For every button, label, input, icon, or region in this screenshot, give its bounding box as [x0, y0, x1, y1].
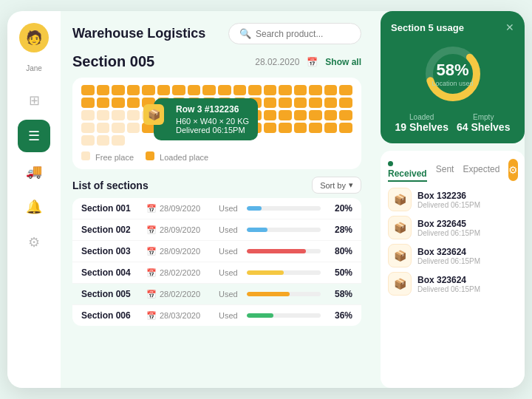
progress-bar — [247, 313, 321, 318]
section-percentage: 28% — [327, 225, 352, 235]
shelf-cell — [279, 98, 292, 108]
shelf-cell — [127, 123, 140, 133]
shelf-cell — [339, 110, 352, 120]
sidebar-item-dashboard[interactable]: ⊞ — [18, 84, 50, 117]
search-input[interactable] — [256, 29, 350, 39]
table-row[interactable]: Section 004 📅 28/02/2020 Used 50% — [72, 262, 361, 284]
calendar-icon: 📅 — [307, 57, 318, 67]
list-of-sections: List of sections Sort by ▾ Section 001 📅… — [72, 177, 361, 326]
donut-label: Location used — [432, 80, 473, 87]
shelf-cell — [279, 135, 292, 146]
package-icon: 📦 — [388, 216, 412, 239]
package-name: Box 323624 — [417, 247, 480, 257]
shelf-cell — [264, 85, 277, 95]
table-row[interactable]: Section 001 📅 28/09/2020 Used 20% — [72, 198, 361, 219]
progress-fill — [247, 313, 273, 318]
list-item[interactable]: 📦 Box 232645 Delivered 06:15PM — [388, 216, 517, 239]
shelf-cell — [188, 85, 201, 95]
list-item[interactable]: 📦 Box 132236 Delivered 06:15PM — [388, 188, 517, 211]
table-row[interactable]: Section 005 📅 28/02/2020 Used 58% — [72, 284, 361, 305]
table-row[interactable]: Section 002 📅 28/09/2020 Used 28% — [72, 219, 361, 241]
shelf-cell — [309, 98, 322, 108]
grid-area: 📦 Row 3 #132236 H60 × W40 × 20 KG Delive… — [72, 78, 361, 169]
chevron-down-icon: ▾ — [349, 180, 353, 190]
empty-label: Empty — [457, 113, 510, 121]
shelf-cell — [294, 135, 307, 146]
shelf-cell — [279, 123, 292, 133]
shelf-cell — [81, 110, 95, 120]
progress-bar — [247, 249, 321, 253]
package-time: Delivered 06:15PM — [417, 229, 480, 237]
package-icon: 📦 — [388, 188, 412, 211]
shelf-cell — [339, 123, 352, 133]
shelf-cell — [202, 85, 216, 95]
shelf-cell — [264, 135, 277, 146]
shelf-cell — [112, 110, 125, 120]
pkg-tab-expected[interactable]: Expected — [463, 164, 499, 176]
pkg-tab-sent[interactable]: Sent — [436, 164, 454, 176]
close-button[interactable]: ✕ — [505, 21, 514, 33]
sidebar-item-delivery[interactable]: 🚚 — [18, 155, 50, 188]
shelf-cell — [324, 135, 338, 146]
search-icon: 🔍 — [239, 28, 251, 39]
shelf-cell — [97, 85, 110, 95]
table-row[interactable]: Section 006 📅 28/03/2020 Used 36% — [72, 305, 361, 326]
pkg-tab-received[interactable]: Received — [388, 158, 427, 182]
sidebar: 🧑 Jane ⊞ ☰ 🚚 🔔 ⚙ — [7, 11, 61, 388]
shelf-cell — [172, 85, 185, 95]
usage-stats: Loaded 19 Shelves Empty 64 Shelves — [391, 113, 514, 133]
tooltip-dims: H60 × W40 × 20 KG — [176, 117, 249, 126]
shelf-cell — [309, 123, 322, 133]
shelf-cell — [279, 110, 292, 120]
section-date: 📅 28/09/2020 — [146, 225, 213, 235]
filter-button[interactable]: ⚙ — [508, 159, 518, 181]
free-dot — [81, 151, 90, 160]
app-container: 🧑 Jane ⊞ ☰ 🚚 🔔 ⚙ Warehouse Logistics 🔍 S… — [7, 11, 525, 388]
shelf-cell — [127, 98, 140, 108]
shelf-cell — [309, 135, 322, 146]
section-name: Section 004 — [81, 267, 140, 278]
shelf-cell — [81, 135, 95, 146]
section-name: Section 002 — [81, 225, 140, 235]
section-date: 📅 28/03/2020 — [146, 311, 213, 321]
donut-container: 58% Location used — [391, 41, 514, 107]
shelf-cell — [279, 85, 292, 95]
list-item[interactable]: 📦 Box 323624 Delivered 06:15PM — [388, 272, 517, 296]
usage-card-title: Section 5 usage — [391, 22, 464, 33]
table-row[interactable]: Section 003 📅 28/09/2020 Used 80% — [72, 241, 361, 262]
loaded-label: Loaded — [395, 113, 449, 121]
section-name: Section 003 — [81, 246, 140, 256]
shelf-cell — [264, 110, 277, 120]
sidebar-item-inventory[interactable]: ☰ — [18, 120, 50, 152]
progress-fill — [247, 228, 267, 232]
section-date: 📅 28/09/2020 — [146, 247, 213, 256]
section-date: 📅 28/02/2020 — [146, 268, 213, 278]
shelf-cell — [127, 110, 140, 120]
progress-fill — [247, 249, 306, 253]
shelf-cell — [142, 135, 155, 146]
show-all-link[interactable]: Show all — [325, 57, 361, 67]
shelf-cell — [294, 110, 307, 120]
shelf-cell — [142, 85, 155, 95]
shelf-cell — [324, 85, 338, 95]
shelf-cell — [324, 110, 338, 120]
package-icon: 📦 — [388, 244, 412, 267]
used-label: Used — [219, 247, 241, 256]
sort-button[interactable]: Sort by ▾ — [312, 177, 361, 194]
used-label: Used — [219, 311, 241, 320]
shelf-cell — [294, 85, 307, 95]
tooltip-box: 📦 Row 3 #132236 H60 × W40 × 20 KG Delive… — [154, 98, 258, 140]
right-panel: Section 5 usage ✕ 58% Location used Load… — [381, 11, 525, 388]
shelf-cell — [97, 110, 110, 120]
user-name: Jane — [26, 64, 42, 72]
shelf-cell — [309, 85, 322, 95]
empty-value: 64 Shelves — [457, 121, 510, 133]
shelf-cell — [81, 85, 95, 95]
list-item[interactable]: 📦 Box 323624 Delivered 06:15PM — [388, 244, 517, 267]
shelf-cell — [324, 123, 338, 133]
page-title: Warehouse Logistics — [72, 26, 205, 41]
progress-bar — [247, 228, 321, 232]
sidebar-item-settings[interactable]: ⚙ — [18, 226, 50, 259]
sidebar-item-notifications[interactable]: 🔔 — [18, 191, 50, 223]
search-bar[interactable]: 🔍 — [228, 23, 361, 44]
